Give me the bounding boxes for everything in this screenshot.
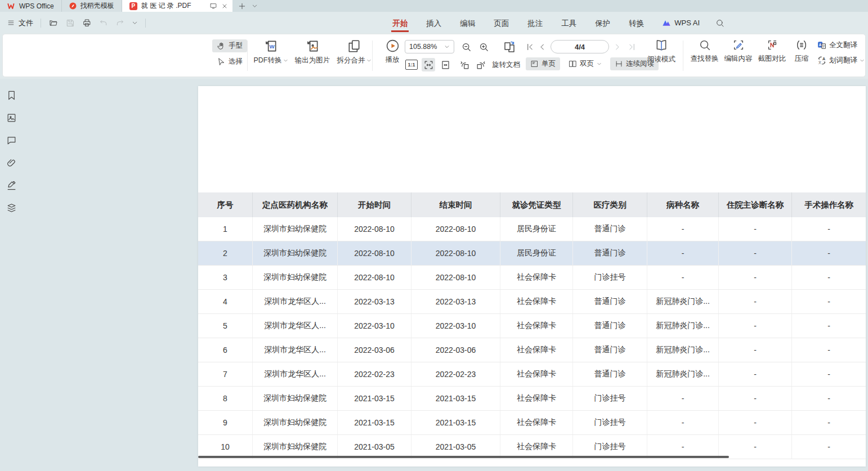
edit-content-button[interactable]: 编辑内容: [722, 39, 754, 64]
close-tab-icon[interactable]: [221, 3, 228, 10]
table-cell: -: [792, 435, 866, 459]
cursor-icon: [217, 57, 226, 66]
menu-item-page[interactable]: 页面: [493, 14, 510, 32]
zoom-level-select[interactable]: 105.88%: [405, 40, 454, 53]
hand-tool-label: 手型: [229, 41, 243, 51]
table-cell: 2022-08-10: [411, 217, 500, 241]
table-cell: 2021-03-15: [338, 411, 411, 434]
rotate-pages-icon[interactable]: [503, 40, 516, 53]
continuous-read-icon: [615, 60, 623, 68]
tab-document-pdf[interactable]: P 就 医 记 录 .PDF: [122, 0, 233, 12]
rotate-right-icon[interactable]: [474, 58, 487, 71]
play-icon: [386, 39, 400, 53]
read-mode-button[interactable]: 阅读模式: [645, 39, 678, 64]
prev-page-icon[interactable]: [538, 43, 547, 51]
zoom-out-icon[interactable]: [459, 40, 473, 53]
tab-wps-office[interactable]: WPS Office: [0, 0, 62, 12]
print-icon[interactable]: [82, 19, 92, 28]
redo-icon[interactable]: [115, 19, 124, 27]
table-cell: 社会保障卡: [500, 387, 573, 410]
tab-docer-templates[interactable]: 找稻壳模板: [62, 0, 122, 12]
table-cell: 2: [198, 241, 253, 265]
split-merge-button[interactable]: 拆分合并: [335, 39, 373, 65]
open-file-icon[interactable]: [48, 19, 59, 28]
undo-icon[interactable]: [99, 19, 108, 27]
find-replace-icon: [699, 39, 711, 51]
table-cell: 2021-03-15: [411, 387, 500, 410]
wps-ai-label: WPS AI: [674, 19, 700, 27]
word-translate-button[interactable]: 文A 划词翻译: [817, 56, 865, 65]
table-cell: 深圳市妇幼保健院: [253, 387, 338, 410]
bookmark-icon[interactable]: [6, 90, 17, 101]
medical-records-table: 序号定点医药机构名称开始时间结束时间就诊凭证类型医疗类别病种名称住院主诊断名称手…: [198, 192, 866, 459]
signature-icon[interactable]: [6, 180, 17, 191]
table-cell: 社会保障卡: [500, 266, 573, 289]
file-menu-label: 文件: [19, 18, 33, 28]
next-page-icon[interactable]: [613, 43, 621, 51]
table-cell: 新冠肺炎门诊...: [647, 290, 719, 313]
table-cell: -: [719, 387, 792, 410]
svg-text:A: A: [819, 43, 822, 47]
thumbnail-icon[interactable]: [6, 113, 17, 123]
table-cell: 2022-02-23: [338, 362, 411, 386]
play-button[interactable]: 播放: [379, 39, 406, 65]
pdf-page[interactable]: 序号定点医药机构名称开始时间结束时间就诊凭证类型医疗类别病种名称住院主诊断名称手…: [198, 86, 866, 466]
table-cell: -: [792, 387, 866, 410]
window-tab-bar: WPS Office 找稻壳模板 P 就 医 记 录 .PDF: [0, 0, 868, 12]
qat-chevron-icon[interactable]: [132, 20, 138, 26]
single-page-button[interactable]: 单页: [526, 57, 560, 70]
one-to-one-label: 1:1: [405, 60, 418, 70]
table-cell: 2022-03-10: [338, 314, 411, 338]
tab-list-chevron-icon[interactable]: [252, 3, 258, 9]
select-tool-button[interactable]: 选择: [212, 55, 247, 68]
export-image-button[interactable]: 输出为图片: [293, 39, 332, 65]
save-icon[interactable]: [66, 19, 75, 28]
compress-button[interactable]: 压缩: [790, 39, 813, 64]
layers-icon[interactable]: [6, 203, 17, 213]
screenshot-compare-button[interactable]: 截图对比: [756, 39, 788, 64]
search-icon[interactable]: [715, 19, 724, 28]
rotate-doc-button[interactable]: 旋转文档: [492, 60, 520, 70]
full-translate-button[interactable]: A字 全文翻译: [817, 41, 865, 50]
comment-icon[interactable]: [6, 135, 17, 146]
page-indicator-input[interactable]: 4/4: [551, 40, 609, 53]
double-page-button[interactable]: 双页: [564, 57, 606, 70]
table-cell: 10: [198, 435, 253, 459]
new-tab-icon[interactable]: [238, 2, 246, 10]
table-cell: 门诊挂号: [573, 266, 647, 289]
edit-content-icon: [732, 39, 745, 51]
fit-page-icon[interactable]: [439, 58, 452, 71]
tab-label: 找稻壳模板: [80, 1, 114, 11]
wps-ai-button[interactable]: WPS AI: [662, 19, 700, 27]
rotate-left-icon[interactable]: [458, 58, 471, 71]
first-page-icon[interactable]: [526, 43, 534, 51]
ribbon-toolbar: 手型 选择 W PDF转换 输出为图片 拆分合并 播放 10: [2, 34, 866, 77]
menu-item-insert[interactable]: 插入: [425, 14, 442, 32]
hand-tool-button[interactable]: 手型: [212, 39, 247, 52]
monitor-icon[interactable]: [209, 2, 217, 10]
last-page-icon[interactable]: [628, 43, 636, 51]
side-panel-rail: [6, 90, 17, 213]
menu-item-home[interactable]: 开始: [391, 14, 409, 32]
actual-size-button[interactable]: 1:1: [405, 58, 418, 71]
table-row: 9深圳市妇幼保健院2021-03-152021-03-15社会保障卡门诊挂号--…: [198, 411, 866, 435]
menu-item-protect[interactable]: 保护: [594, 14, 611, 32]
fit-width-icon[interactable]: [422, 58, 435, 71]
attachment-icon[interactable]: [6, 158, 17, 168]
table-cell: 社会保障卡: [500, 290, 573, 313]
find-replace-button[interactable]: 查找替换: [688, 39, 721, 64]
menu-item-comment[interactable]: 批注: [526, 14, 544, 32]
menu-item-tools[interactable]: 工具: [560, 14, 578, 32]
table-cell: 9: [198, 411, 253, 434]
horizontal-scrollbar[interactable]: [198, 456, 729, 458]
table-cell: 7: [198, 362, 253, 386]
split-merge-label: 拆分合并: [337, 56, 365, 65]
table-cell: -: [719, 290, 792, 313]
file-menu-button[interactable]: 文件: [7, 18, 33, 28]
menu-item-convert[interactable]: 转换: [628, 14, 645, 32]
compress-icon: [795, 39, 808, 51]
pdf-convert-button[interactable]: W PDF转换: [252, 39, 290, 65]
chevron-down-icon: [444, 44, 450, 50]
menu-item-edit[interactable]: 编辑: [459, 14, 476, 32]
zoom-in-icon[interactable]: [477, 40, 490, 53]
